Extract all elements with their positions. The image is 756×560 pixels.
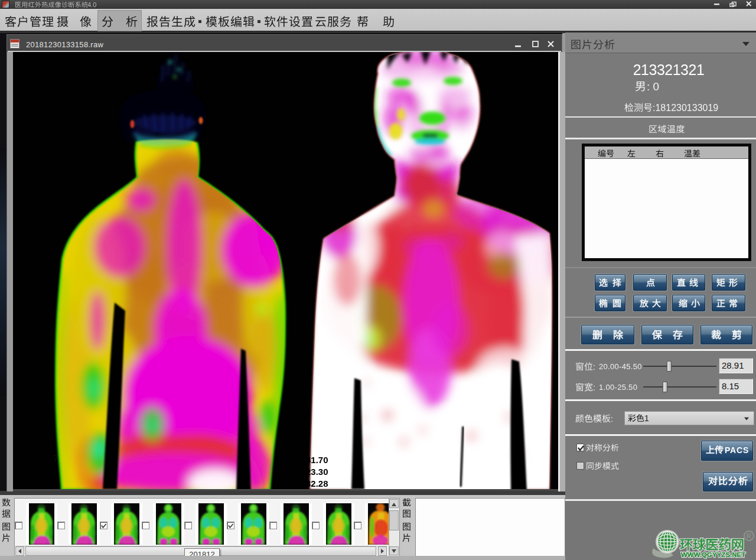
svg-text:R: R	[747, 532, 751, 539]
svg-text:7: 7	[54, 454, 58, 463]
svg-text:41.70: 41.70	[306, 455, 328, 465]
svg-text:23.30: 23.30	[306, 467, 328, 477]
svg-text:32.28: 32.28	[306, 478, 328, 489]
